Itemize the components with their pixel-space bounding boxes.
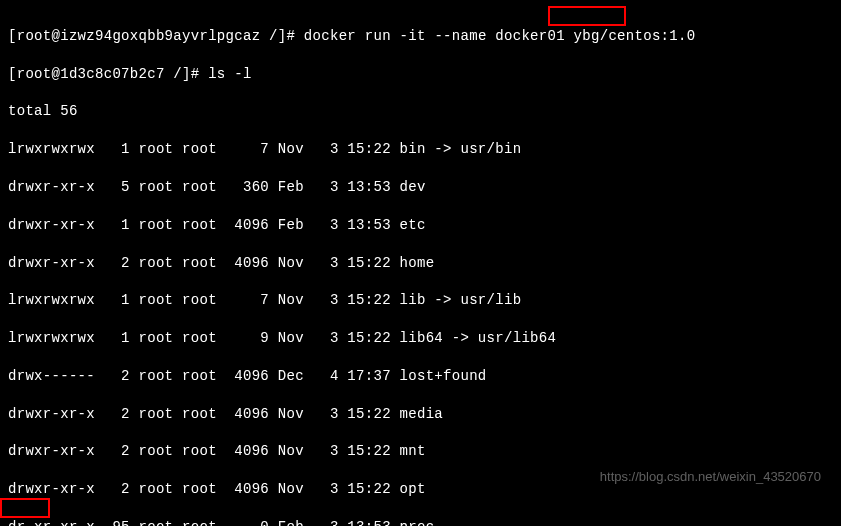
file-row: drwx------ 2 root root 4096 Dec 4 17:37 … [8, 367, 833, 386]
container-prompt: [root@1d3c8c07b2c7 /]# [8, 66, 208, 82]
host-prompt: [root@izwz94goxqbb9ayvrlpgcaz /]# [8, 28, 304, 44]
prompt-line: [root@1d3c8c07b2c7 /]# ls -l [8, 65, 833, 84]
prompt-line: [root@izwz94goxqbb9ayvrlpgcaz /]# docker… [8, 27, 833, 46]
terminal-output[interactable]: [root@izwz94goxqbb9ayvrlpgcaz /]# docker… [8, 8, 833, 526]
watermark: https://blog.csdn.net/weixin_43520670 [600, 468, 821, 486]
file-row: lrwxrwxrwx 1 root root 9 Nov 3 15:22 lib… [8, 329, 833, 348]
file-row: drwxr-xr-x 2 root root 4096 Nov 3 15:22 … [8, 405, 833, 424]
file-row: drwxr-xr-x 2 root root 4096 Nov 3 15:22 … [8, 254, 833, 273]
file-row: drwxr-xr-x 5 root root 360 Feb 3 13:53 d… [8, 178, 833, 197]
file-row: dr-xr-xr-x 95 root root 0 Feb 3 13:53 pr… [8, 518, 833, 526]
file-row: drwxr-xr-x 2 root root 4096 Nov 3 15:22 … [8, 442, 833, 461]
file-row: drwxr-xr-x 1 root root 4096 Feb 3 13:53 … [8, 216, 833, 235]
total-line: total 56 [8, 102, 833, 121]
ls-command: ls -l [208, 66, 252, 82]
file-row: lrwxrwxrwx 1 root root 7 Nov 3 15:22 lib… [8, 291, 833, 310]
docker-command: docker run -it --name docker01 ybg/cento… [304, 28, 696, 44]
file-row: lrwxrwxrwx 1 root root 7 Nov 3 15:22 bin… [8, 140, 833, 159]
